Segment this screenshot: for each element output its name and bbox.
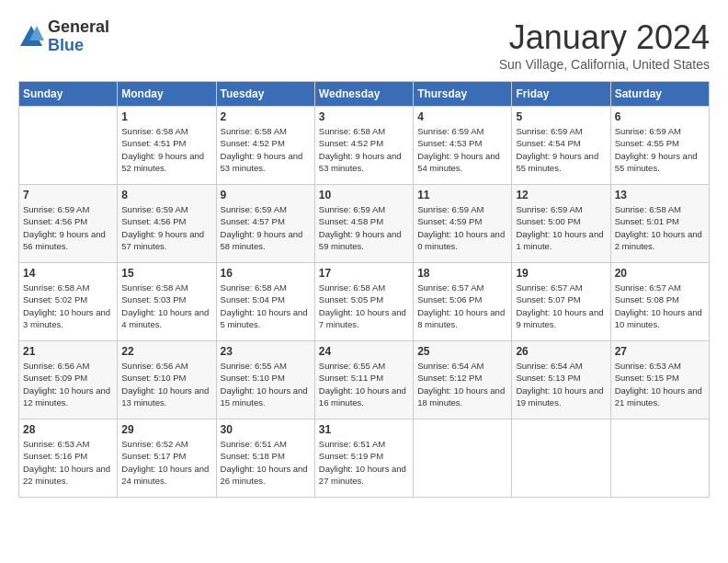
cell-w3-d5: 19 Sunrise: 6:57 AMSunset: 5:07 PMDaylig… (512, 263, 610, 341)
cell-detail: Sunrise: 6:57 AMSunset: 5:07 PMDaylight:… (516, 282, 606, 330)
logo-general: General (48, 18, 109, 37)
week-row-3: 14 Sunrise: 6:58 AMSunset: 5:02 PMDaylig… (19, 263, 710, 341)
cell-w5-d6 (610, 419, 709, 498)
day-number: 14 (23, 267, 113, 280)
logo-blue: Blue (48, 37, 109, 55)
week-row-5: 28 Sunrise: 6:53 AMSunset: 5:16 PMDaylig… (19, 419, 710, 498)
header-thursday: Thursday (414, 82, 512, 107)
cell-detail: Sunrise: 6:58 AMSunset: 5:02 PMDaylight:… (23, 282, 113, 330)
day-number: 18 (417, 267, 507, 280)
day-number: 24 (319, 345, 409, 358)
day-number: 8 (121, 189, 211, 201)
day-number: 5 (516, 110, 606, 123)
day-number: 25 (417, 345, 507, 358)
cell-w1-d5: 5 Sunrise: 6:59 AMSunset: 4:54 PMDayligh… (512, 107, 610, 185)
header-sunday: Sunday (19, 82, 118, 107)
cell-w4-d6: 27 Sunrise: 6:53 AMSunset: 5:15 PMDaylig… (610, 341, 709, 419)
cell-w4-d1: 22 Sunrise: 6:56 AMSunset: 5:10 PMDaylig… (118, 341, 216, 419)
cell-w1-d2: 2 Sunrise: 6:58 AMSunset: 4:52 PMDayligh… (216, 107, 314, 185)
day-number: 4 (417, 110, 507, 123)
cell-detail: Sunrise: 6:56 AMSunset: 5:09 PMDaylight:… (23, 360, 113, 408)
cell-detail: Sunrise: 6:59 AMSunset: 4:54 PMDaylight:… (516, 125, 606, 174)
cell-detail: Sunrise: 6:54 AMSunset: 5:13 PMDaylight:… (516, 360, 606, 408)
cell-detail: Sunrise: 6:58 AMSunset: 5:05 PMDaylight:… (319, 282, 409, 330)
cell-w2-d5: 12 Sunrise: 6:59 AMSunset: 5:00 PMDaylig… (512, 185, 610, 263)
header-monday: Monday (118, 82, 216, 107)
cell-detail: Sunrise: 6:59 AMSunset: 4:57 PMDaylight:… (221, 203, 311, 252)
cell-w3-d4: 18 Sunrise: 6:57 AMSunset: 5:06 PMDaylig… (414, 263, 512, 341)
logo-text: General Blue (48, 18, 109, 55)
cell-detail: Sunrise: 6:58 AMSunset: 4:52 PMDaylight:… (221, 125, 311, 174)
day-number: 15 (121, 267, 211, 280)
day-number: 9 (221, 189, 311, 201)
cell-detail: Sunrise: 6:53 AMSunset: 5:15 PMDaylight:… (615, 360, 705, 408)
week-row-1: 1 Sunrise: 6:58 AMSunset: 4:51 PMDayligh… (19, 107, 710, 185)
day-number: 12 (516, 189, 606, 201)
page-header: General Blue January 2024 Sun Village, C… (18, 18, 710, 72)
header-row: Sunday Monday Tuesday Wednesday Thursday… (19, 82, 710, 107)
day-number: 27 (615, 345, 705, 358)
cell-w3-d0: 14 Sunrise: 6:58 AMSunset: 5:02 PMDaylig… (19, 263, 118, 341)
cell-w3-d2: 16 Sunrise: 6:58 AMSunset: 5:04 PMDaylig… (216, 263, 314, 341)
cell-w4-d5: 26 Sunrise: 6:54 AMSunset: 5:13 PMDaylig… (512, 341, 610, 419)
cell-detail: Sunrise: 6:59 AMSunset: 4:53 PMDaylight:… (417, 125, 507, 174)
cell-detail: Sunrise: 6:55 AMSunset: 5:10 PMDaylight:… (221, 360, 311, 408)
cell-w5-d4 (414, 419, 512, 498)
month-title: January 2024 (499, 18, 710, 57)
cell-w2-d0: 7 Sunrise: 6:59 AMSunset: 4:56 PMDayligh… (19, 185, 118, 263)
day-number: 21 (23, 345, 113, 358)
cell-detail: Sunrise: 6:58 AMSunset: 4:52 PMDaylight:… (319, 125, 409, 174)
cell-detail: Sunrise: 6:52 AMSunset: 5:17 PMDaylight:… (121, 438, 211, 487)
day-number: 20 (615, 267, 705, 280)
cell-detail: Sunrise: 6:57 AMSunset: 5:06 PMDaylight:… (417, 282, 507, 330)
day-number: 11 (417, 189, 507, 201)
cell-w2-d6: 13 Sunrise: 6:58 AMSunset: 5:01 PMDaylig… (610, 185, 709, 263)
calendar-table: Sunday Monday Tuesday Wednesday Thursday… (18, 81, 710, 498)
cell-detail: Sunrise: 6:59 AMSunset: 4:56 PMDaylight:… (23, 203, 113, 252)
header-saturday: Saturday (610, 82, 709, 107)
cell-detail: Sunrise: 6:59 AMSunset: 4:59 PMDaylight:… (417, 203, 507, 252)
cell-w2-d2: 9 Sunrise: 6:59 AMSunset: 4:57 PMDayligh… (216, 185, 314, 263)
week-row-4: 21 Sunrise: 6:56 AMSunset: 5:09 PMDaylig… (19, 341, 710, 419)
cell-w4-d2: 23 Sunrise: 6:55 AMSunset: 5:10 PMDaylig… (216, 341, 314, 419)
day-number: 22 (121, 345, 211, 358)
cell-w1-d0 (19, 107, 118, 185)
cell-detail: Sunrise: 6:57 AMSunset: 5:08 PMDaylight:… (615, 282, 705, 330)
day-number: 10 (319, 189, 409, 201)
week-row-2: 7 Sunrise: 6:59 AMSunset: 4:56 PMDayligh… (19, 185, 710, 263)
cell-detail: Sunrise: 6:59 AMSunset: 4:55 PMDaylight:… (615, 125, 705, 174)
day-number: 7 (23, 189, 113, 201)
day-number: 16 (221, 267, 311, 280)
header-friday: Friday (512, 82, 610, 107)
cell-detail: Sunrise: 6:59 AMSunset: 5:00 PMDaylight:… (516, 203, 606, 252)
cell-w4-d3: 24 Sunrise: 6:55 AMSunset: 5:11 PMDaylig… (314, 341, 413, 419)
cell-detail: Sunrise: 6:59 AMSunset: 4:56 PMDaylight:… (121, 203, 211, 252)
cell-detail: Sunrise: 6:58 AMSunset: 5:01 PMDaylight:… (615, 203, 705, 252)
cell-w1-d6: 6 Sunrise: 6:59 AMSunset: 4:55 PMDayligh… (610, 107, 709, 185)
cell-detail: Sunrise: 6:53 AMSunset: 5:16 PMDaylight:… (23, 438, 113, 487)
day-number: 1 (121, 110, 211, 123)
logo: General Blue (18, 18, 109, 55)
day-number: 30 (221, 423, 311, 436)
cell-detail: Sunrise: 6:58 AMSunset: 5:03 PMDaylight:… (121, 282, 211, 330)
cell-detail: Sunrise: 6:59 AMSunset: 4:58 PMDaylight:… (319, 203, 409, 252)
cell-detail: Sunrise: 6:58 AMSunset: 5:04 PMDaylight:… (221, 282, 311, 330)
day-number: 31 (319, 423, 409, 436)
cell-w4-d0: 21 Sunrise: 6:56 AMSunset: 5:09 PMDaylig… (19, 341, 118, 419)
header-tuesday: Tuesday (216, 82, 314, 107)
cell-w2-d4: 11 Sunrise: 6:59 AMSunset: 4:59 PMDaylig… (414, 185, 512, 263)
cell-w5-d2: 30 Sunrise: 6:51 AMSunset: 5:18 PMDaylig… (216, 419, 314, 498)
cell-w4-d4: 25 Sunrise: 6:54 AMSunset: 5:12 PMDaylig… (414, 341, 512, 419)
location-subtitle: Sun Village, California, United States (499, 57, 710, 72)
cell-w5-d1: 29 Sunrise: 6:52 AMSunset: 5:17 PMDaylig… (118, 419, 216, 498)
cell-w3-d6: 20 Sunrise: 6:57 AMSunset: 5:08 PMDaylig… (610, 263, 709, 341)
cell-detail: Sunrise: 6:51 AMSunset: 5:18 PMDaylight:… (221, 438, 311, 487)
day-number: 19 (516, 267, 606, 280)
cell-w3-d3: 17 Sunrise: 6:58 AMSunset: 5:05 PMDaylig… (314, 263, 413, 341)
cell-w1-d1: 1 Sunrise: 6:58 AMSunset: 4:51 PMDayligh… (118, 107, 216, 185)
day-number: 3 (319, 110, 409, 123)
cell-w2-d1: 8 Sunrise: 6:59 AMSunset: 4:56 PMDayligh… (118, 185, 216, 263)
cell-detail: Sunrise: 6:54 AMSunset: 5:12 PMDaylight:… (417, 360, 507, 408)
cell-detail: Sunrise: 6:56 AMSunset: 5:10 PMDaylight:… (121, 360, 211, 408)
day-number: 23 (221, 345, 311, 358)
